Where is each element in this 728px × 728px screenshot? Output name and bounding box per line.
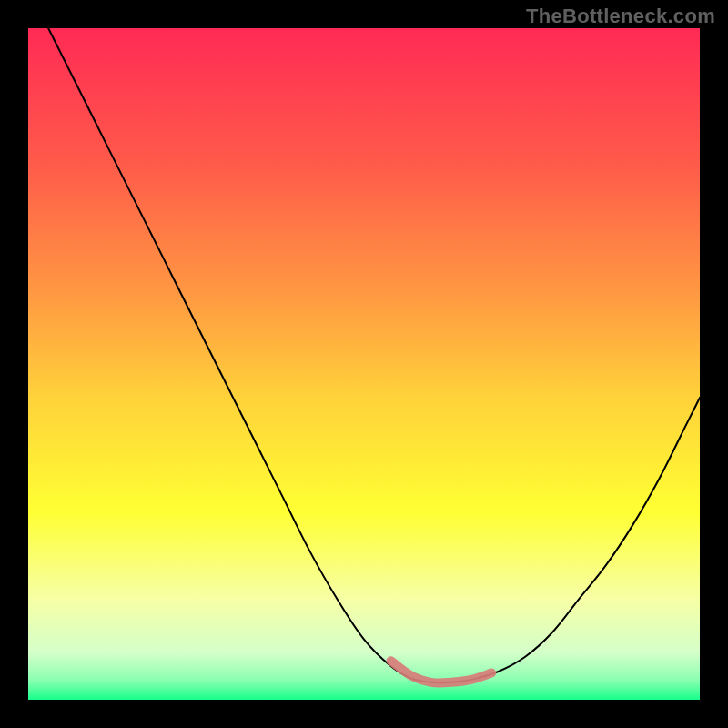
chart-area <box>28 28 700 700</box>
watermark-text: TheBottleneck.com <box>526 5 715 28</box>
chart-background <box>28 28 700 700</box>
